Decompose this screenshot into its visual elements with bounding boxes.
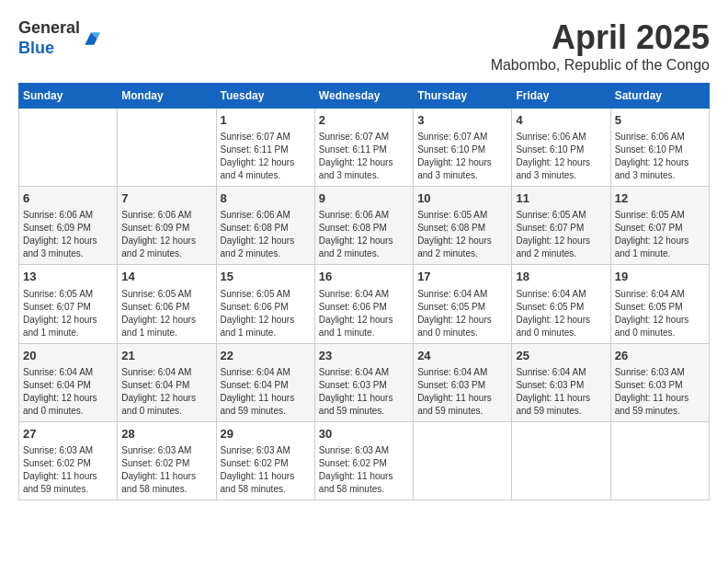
- day-number: 17: [417, 269, 507, 285]
- calendar-day-cell: 22Sunrise: 6:04 AM Sunset: 6:04 PM Dayli…: [216, 343, 314, 421]
- calendar-day-header: Sunday: [19, 84, 118, 109]
- calendar-day-header: Saturday: [610, 84, 709, 109]
- calendar-day-cell: 8Sunrise: 6:06 AM Sunset: 6:08 PM Daylig…: [216, 187, 314, 265]
- calendar-day-cell: 5Sunrise: 6:06 AM Sunset: 6:10 PM Daylig…: [610, 109, 709, 187]
- day-details: Sunrise: 6:04 AM Sunset: 6:06 PM Dayligh…: [319, 288, 409, 339]
- calendar-day-cell: 27Sunrise: 6:03 AM Sunset: 6:02 PM Dayli…: [19, 421, 118, 500]
- calendar-day-cell: 26Sunrise: 6:03 AM Sunset: 6:03 PM Dayli…: [610, 343, 709, 421]
- calendar-day-cell: 11Sunrise: 6:05 AM Sunset: 6:07 PM Dayli…: [512, 187, 610, 265]
- calendar-day-header: Thursday: [414, 84, 512, 109]
- day-number: 27: [23, 426, 113, 442]
- day-number: 8: [221, 190, 311, 207]
- day-details: Sunrise: 6:04 AM Sunset: 6:03 PM Dayligh…: [417, 366, 507, 418]
- calendar-day-cell: [118, 109, 216, 187]
- day-details: Sunrise: 6:05 AM Sunset: 6:06 PM Dayligh…: [121, 288, 211, 339]
- calendar-day-cell: 9Sunrise: 6:06 AM Sunset: 6:08 PM Daylig…: [314, 187, 413, 265]
- day-number: 3: [417, 112, 507, 129]
- day-number: 5: [615, 112, 705, 129]
- day-number: 18: [516, 269, 606, 285]
- day-details: Sunrise: 6:05 AM Sunset: 6:07 PM Dayligh…: [615, 209, 705, 260]
- calendar-day-cell: 14Sunrise: 6:05 AM Sunset: 6:06 PM Dayli…: [118, 265, 216, 343]
- day-details: Sunrise: 6:03 AM Sunset: 6:02 PM Dayligh…: [221, 444, 311, 496]
- day-details: Sunrise: 6:06 AM Sunset: 6:09 PM Dayligh…: [23, 209, 113, 260]
- day-number: 24: [417, 348, 507, 364]
- day-details: Sunrise: 6:04 AM Sunset: 6:05 PM Dayligh…: [417, 288, 507, 339]
- month-year-title: April 2025: [491, 18, 710, 57]
- day-details: Sunrise: 6:04 AM Sunset: 6:03 PM Dayligh…: [319, 366, 409, 418]
- calendar-week-row: 6Sunrise: 6:06 AM Sunset: 6:09 PM Daylig…: [19, 187, 710, 265]
- day-details: Sunrise: 6:03 AM Sunset: 6:03 PM Dayligh…: [615, 366, 705, 418]
- day-number: 4: [516, 112, 606, 129]
- day-number: 11: [516, 190, 606, 207]
- calendar-week-row: 27Sunrise: 6:03 AM Sunset: 6:02 PM Dayli…: [19, 421, 710, 500]
- logo-general-text: General: [18, 18, 80, 37]
- day-details: Sunrise: 6:07 AM Sunset: 6:11 PM Dayligh…: [221, 131, 311, 182]
- day-details: Sunrise: 6:04 AM Sunset: 6:03 PM Dayligh…: [516, 366, 606, 418]
- calendar-week-row: 1Sunrise: 6:07 AM Sunset: 6:11 PM Daylig…: [19, 109, 710, 187]
- calendar-day-cell: 30Sunrise: 6:03 AM Sunset: 6:02 PM Dayli…: [314, 421, 413, 500]
- day-details: Sunrise: 6:04 AM Sunset: 6:04 PM Dayligh…: [23, 366, 113, 418]
- calendar-day-header: Friday: [512, 84, 610, 109]
- day-number: 2: [319, 112, 409, 129]
- calendar-day-cell: 13Sunrise: 6:05 AM Sunset: 6:07 PM Dayli…: [19, 265, 118, 343]
- day-number: 13: [23, 269, 113, 285]
- day-details: Sunrise: 6:04 AM Sunset: 6:05 PM Dayligh…: [516, 288, 606, 339]
- calendar-day-cell: 21Sunrise: 6:04 AM Sunset: 6:04 PM Dayli…: [118, 343, 216, 421]
- logo: General Blue: [18, 18, 100, 58]
- calendar-day-cell: 2Sunrise: 6:07 AM Sunset: 6:11 PM Daylig…: [314, 109, 413, 187]
- day-details: Sunrise: 6:04 AM Sunset: 6:05 PM Dayligh…: [615, 288, 705, 339]
- day-details: Sunrise: 6:06 AM Sunset: 6:08 PM Dayligh…: [319, 209, 409, 260]
- day-details: Sunrise: 6:06 AM Sunset: 6:08 PM Dayligh…: [221, 209, 311, 260]
- calendar-day-cell: 20Sunrise: 6:04 AM Sunset: 6:04 PM Dayli…: [19, 343, 118, 421]
- day-number: 9: [319, 190, 409, 207]
- calendar-day-cell: 7Sunrise: 6:06 AM Sunset: 6:09 PM Daylig…: [118, 187, 216, 265]
- day-number: 7: [121, 190, 211, 207]
- day-number: 1: [221, 112, 311, 129]
- day-number: 30: [319, 426, 409, 442]
- calendar-day-header: Tuesday: [216, 84, 314, 109]
- day-details: Sunrise: 6:04 AM Sunset: 6:04 PM Dayligh…: [221, 366, 311, 418]
- day-details: Sunrise: 6:04 AM Sunset: 6:04 PM Dayligh…: [121, 366, 211, 418]
- day-number: 25: [516, 348, 606, 364]
- day-details: Sunrise: 6:07 AM Sunset: 6:11 PM Dayligh…: [319, 131, 409, 182]
- day-number: 19: [615, 269, 705, 285]
- day-details: Sunrise: 6:07 AM Sunset: 6:10 PM Dayligh…: [417, 131, 507, 182]
- day-number: 10: [417, 190, 507, 207]
- logo-icon: [82, 29, 100, 48]
- calendar-header-row: SundayMondayTuesdayWednesdayThursdayFrid…: [19, 84, 710, 109]
- calendar-day-cell: 28Sunrise: 6:03 AM Sunset: 6:02 PM Dayli…: [118, 421, 216, 500]
- calendar-day-cell: 6Sunrise: 6:06 AM Sunset: 6:09 PM Daylig…: [19, 187, 118, 265]
- day-details: Sunrise: 6:05 AM Sunset: 6:07 PM Dayligh…: [23, 288, 113, 339]
- calendar-day-header: Wednesday: [314, 84, 413, 109]
- calendar-day-cell: 25Sunrise: 6:04 AM Sunset: 6:03 PM Dayli…: [512, 343, 610, 421]
- calendar-day-cell: 4Sunrise: 6:06 AM Sunset: 6:10 PM Daylig…: [512, 109, 610, 187]
- day-details: Sunrise: 6:03 AM Sunset: 6:02 PM Dayligh…: [23, 444, 113, 496]
- calendar-day-cell: 1Sunrise: 6:07 AM Sunset: 6:11 PM Daylig…: [216, 109, 314, 187]
- day-number: 23: [319, 348, 409, 364]
- calendar-week-row: 20Sunrise: 6:04 AM Sunset: 6:04 PM Dayli…: [19, 343, 710, 421]
- calendar-day-cell: 18Sunrise: 6:04 AM Sunset: 6:05 PM Dayli…: [512, 265, 610, 343]
- calendar-day-cell: 10Sunrise: 6:05 AM Sunset: 6:08 PM Dayli…: [414, 187, 512, 265]
- day-details: Sunrise: 6:06 AM Sunset: 6:10 PM Dayligh…: [516, 131, 606, 182]
- day-details: Sunrise: 6:03 AM Sunset: 6:02 PM Dayligh…: [319, 444, 409, 496]
- calendar-day-cell: 19Sunrise: 6:04 AM Sunset: 6:05 PM Dayli…: [610, 265, 709, 343]
- calendar-day-cell: 24Sunrise: 6:04 AM Sunset: 6:03 PM Dayli…: [414, 343, 512, 421]
- header: General Blue April 2025 Mabombo, Republi…: [18, 18, 710, 74]
- calendar-day-cell: [610, 421, 709, 500]
- day-details: Sunrise: 6:05 AM Sunset: 6:06 PM Dayligh…: [221, 288, 311, 339]
- title-area: April 2025 Mabombo, Republic of the Cong…: [491, 18, 710, 74]
- day-details: Sunrise: 6:03 AM Sunset: 6:02 PM Dayligh…: [121, 444, 211, 496]
- day-details: Sunrise: 6:06 AM Sunset: 6:09 PM Dayligh…: [121, 209, 211, 260]
- day-number: 15: [221, 269, 311, 285]
- day-details: Sunrise: 6:05 AM Sunset: 6:08 PM Dayligh…: [417, 209, 507, 260]
- calendar-week-row: 13Sunrise: 6:05 AM Sunset: 6:07 PM Dayli…: [19, 265, 710, 343]
- calendar-day-cell: 3Sunrise: 6:07 AM Sunset: 6:10 PM Daylig…: [414, 109, 512, 187]
- logo-blue-text: Blue: [18, 39, 54, 57]
- day-number: 22: [221, 348, 311, 364]
- day-details: Sunrise: 6:05 AM Sunset: 6:07 PM Dayligh…: [516, 209, 606, 260]
- calendar-day-cell: [414, 421, 512, 500]
- day-number: 29: [221, 426, 311, 442]
- calendar-day-cell: [19, 109, 118, 187]
- day-number: 6: [23, 190, 113, 207]
- day-details: Sunrise: 6:06 AM Sunset: 6:10 PM Dayligh…: [615, 131, 705, 182]
